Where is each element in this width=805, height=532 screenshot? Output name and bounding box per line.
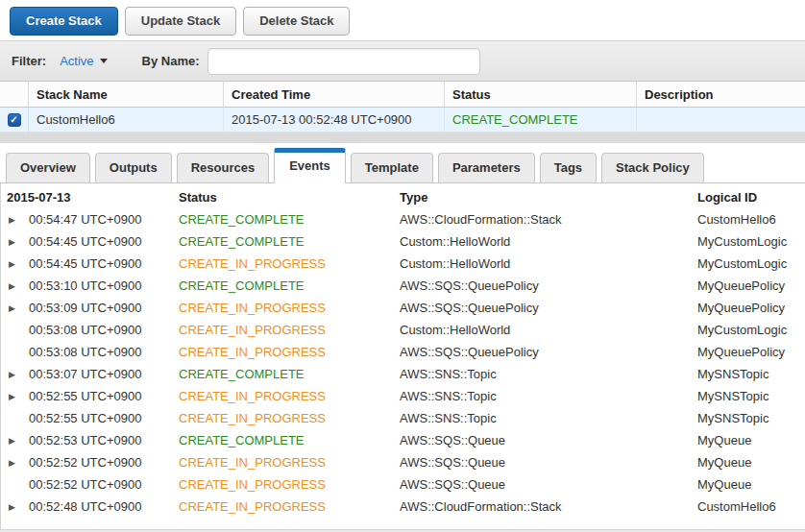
expand-arrow-icon[interactable]: ▶ [9, 215, 29, 225]
event-row: ▶ 00:52:48 UTC+0900 CREATE_IN_PROGRESS A… [1, 496, 805, 518]
event-time: 00:52:52 UTC+0900 [29, 455, 141, 470]
event-logical-id: MyCustomLogic [697, 234, 805, 249]
event-logical-id: MySNSTopic [697, 411, 805, 425]
col-created-time: Created Time [224, 82, 445, 107]
update-stack-button[interactable]: Update Stack [125, 7, 236, 36]
tab-overview[interactable]: Overview [6, 153, 90, 182]
filter-dropdown-value: Active [60, 54, 93, 68]
event-time: 00:53:09 UTC+0900 [29, 301, 141, 315]
event-row: ▶ 00:54:45 UTC+0900 CREATE_IN_PROGRESS C… [1, 253, 805, 275]
chevron-down-icon [100, 59, 108, 63]
event-type: AWS::SQS::QueuePolicy [400, 278, 697, 293]
event-time: 00:54:45 UTC+0900 [29, 234, 141, 249]
event-time: 00:54:45 UTC+0900 [29, 256, 141, 271]
event-time: 00:53:07 UTC+0900 [29, 367, 141, 381]
col-description: Description [637, 87, 805, 102]
event-row: ▶ 00:52:53 UTC+0900 CREATE_COMPLETE AWS:… [1, 429, 805, 451]
event-status: CREATE_IN_PROGRESS [179, 499, 400, 514]
event-type: Custom::HelloWorld [400, 323, 697, 337]
tab-parameters[interactable]: Parameters [438, 153, 535, 182]
select-all-column [0, 82, 29, 107]
event-row: ▶ 00:53:10 UTC+0900 CREATE_COMPLETE AWS:… [1, 275, 805, 297]
expand-arrow-icon[interactable]: ▶ [9, 436, 29, 446]
section-divider [0, 133, 805, 143]
event-row: ▶ 00:54:45 UTC+0900 CREATE_COMPLETE Cust… [1, 230, 805, 253]
events-list: ▶ 00:54:47 UTC+0900 CREATE_COMPLETE AWS:… [1, 208, 805, 518]
event-time: 00:53:08 UTC+0900 [29, 323, 141, 337]
filter-dropdown[interactable]: Active [60, 54, 107, 68]
event-status: CREATE_COMPLETE [179, 278, 400, 293]
event-type: AWS::SQS::Queue [400, 433, 697, 447]
tab-template[interactable]: Template [351, 153, 433, 182]
tab-outputs[interactable]: Outputs [95, 153, 172, 182]
filter-bar: Filter: Active By Name: [0, 40, 805, 82]
tab-tags[interactable]: Tags [540, 153, 597, 182]
by-name-label: By Name: [142, 54, 200, 68]
stack-row-checkbox[interactable] [8, 113, 21, 127]
event-status: CREATE_IN_PROGRESS [179, 256, 400, 271]
event-time: 00:52:48 UTC+0900 [29, 499, 141, 514]
event-logical-id: MyQueue [697, 477, 805, 492]
event-status: CREATE_COMPLETE [179, 234, 400, 249]
event-row: ▶ 00:53:07 UTC+0900 CREATE_COMPLETE AWS:… [1, 363, 805, 385]
events-col-status: Status [179, 190, 400, 205]
event-status: CREATE_IN_PROGRESS [179, 455, 400, 470]
event-logical-id: MyQueuePolicy [697, 301, 805, 315]
stack-table-row[interactable]: CustomHello6 2015-07-13 00:52:48 UTC+090… [0, 108, 805, 133]
event-type: AWS::SQS::QueuePolicy [400, 345, 697, 359]
expand-arrow-icon[interactable]: ▶ [9, 303, 29, 313]
event-logical-id: MyQueue [697, 455, 805, 470]
event-status: CREATE_IN_PROGRESS [179, 477, 400, 492]
expand-arrow-icon[interactable]: ▶ [9, 370, 29, 379]
event-type: Custom::HelloWorld [400, 256, 697, 271]
event-logical-id: MyQueue [697, 433, 805, 447]
tab-stack-policy[interactable]: Stack Policy [601, 153, 704, 182]
event-status: CREATE_IN_PROGRESS [179, 411, 400, 425]
event-time: 00:52:55 UTC+0900 [29, 411, 141, 425]
create-stack-button[interactable]: Create Stack [10, 7, 118, 36]
events-col-date: 2015-07-13 [1, 190, 179, 205]
events-col-type: Type [400, 190, 697, 205]
event-type: AWS::SQS::Queue [400, 477, 697, 492]
event-type: AWS::SNS::Topic [400, 389, 697, 403]
tab-resources[interactable]: Resources [177, 153, 269, 182]
event-logical-id: MyCustomLogic [697, 323, 805, 337]
event-time: 00:52:55 UTC+0900 [29, 389, 141, 403]
event-status: CREATE_COMPLETE [179, 212, 400, 227]
col-status: Status [445, 82, 637, 107]
col-stack-name: Stack Name [29, 82, 224, 107]
stacks-table-header: Stack Name Created Time Status Descripti… [0, 82, 805, 108]
event-logical-id: MyQueuePolicy [697, 278, 805, 293]
expand-arrow-icon[interactable]: ▶ [9, 259, 29, 269]
event-logical-id: CustomHello6 [697, 499, 805, 514]
event-time: 00:53:08 UTC+0900 [29, 345, 141, 359]
event-logical-id: MyQueuePolicy [697, 345, 805, 359]
expand-arrow-icon[interactable]: ▶ [9, 458, 29, 468]
event-status: CREATE_IN_PROGRESS [179, 389, 400, 403]
created-time-cell: 2015-07-13 00:52:48 UTC+0900 [224, 108, 445, 132]
filter-label: Filter: [12, 54, 46, 68]
event-type: AWS::SQS::QueuePolicy [400, 301, 697, 315]
stack-name-cell: CustomHello6 [29, 108, 224, 132]
event-logical-id: MyCustomLogic [697, 256, 805, 271]
event-type: AWS::SQS::Queue [400, 455, 697, 470]
stack-status-cell: CREATE_COMPLETE [445, 108, 637, 132]
event-row: ▶ 00:52:52 UTC+0900 CREATE_IN_PROGRESS A… [1, 451, 805, 473]
event-type: AWS::CloudFormation::Stack [400, 212, 697, 227]
event-logical-id: MySNSTopic [697, 389, 805, 403]
event-logical-id: CustomHello6 [697, 212, 805, 227]
tab-events[interactable]: Events [274, 148, 346, 183]
event-type: AWS::SNS::Topic [400, 367, 697, 381]
cloudformation-console: Create Stack Update Stack Delete Stack F… [0, 0, 805, 532]
event-status: CREATE_COMPLETE [179, 367, 400, 381]
stack-detail-tabs: OverviewOutputsResourcesEventsTemplatePa… [0, 143, 805, 183]
expand-arrow-icon[interactable]: ▶ [9, 281, 29, 291]
event-status: CREATE_COMPLETE [179, 433, 400, 447]
delete-stack-button[interactable]: Delete Stack [243, 7, 350, 36]
event-type: Custom::HelloWorld [400, 234, 697, 249]
event-row: ▶ 00:52:55 UTC+0900 CREATE_IN_PROGRESS A… [1, 385, 805, 407]
by-name-input[interactable] [207, 48, 480, 75]
expand-arrow-icon[interactable]: ▶ [9, 237, 29, 247]
expand-arrow-icon[interactable]: ▶ [9, 502, 29, 512]
expand-arrow-icon[interactable]: ▶ [9, 392, 29, 401]
